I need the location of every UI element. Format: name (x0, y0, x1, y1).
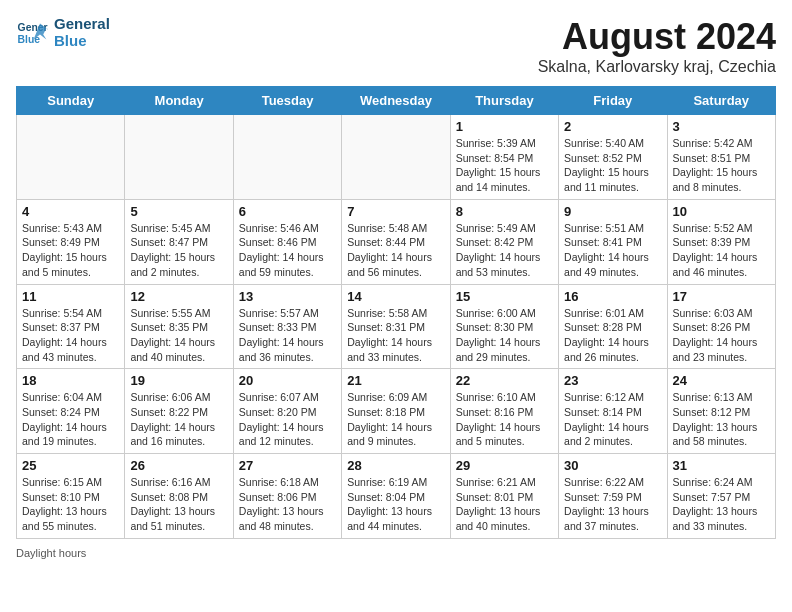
day-number: 10 (673, 204, 770, 219)
day-info: Sunrise: 5:40 AM Sunset: 8:52 PM Dayligh… (564, 136, 661, 195)
day-number: 2 (564, 119, 661, 134)
logo-line2: Blue (54, 33, 110, 50)
calendar-cell: 15Sunrise: 6:00 AM Sunset: 8:30 PM Dayli… (450, 284, 558, 369)
day-number: 26 (130, 458, 227, 473)
day-info: Sunrise: 5:49 AM Sunset: 8:42 PM Dayligh… (456, 221, 553, 280)
header: General Blue General Blue August 2024 Sk… (16, 16, 776, 76)
calendar-cell: 5Sunrise: 5:45 AM Sunset: 8:47 PM Daylig… (125, 199, 233, 284)
day-number: 1 (456, 119, 553, 134)
day-info: Sunrise: 5:45 AM Sunset: 8:47 PM Dayligh… (130, 221, 227, 280)
calendar-cell: 2Sunrise: 5:40 AM Sunset: 8:52 PM Daylig… (559, 115, 667, 200)
calendar-cell: 29Sunrise: 6:21 AM Sunset: 8:01 PM Dayli… (450, 454, 558, 539)
day-info: Sunrise: 6:21 AM Sunset: 8:01 PM Dayligh… (456, 475, 553, 534)
calendar-cell: 25Sunrise: 6:15 AM Sunset: 8:10 PM Dayli… (17, 454, 125, 539)
day-number: 25 (22, 458, 119, 473)
calendar-week-4: 18Sunrise: 6:04 AM Sunset: 8:24 PM Dayli… (17, 369, 776, 454)
day-number: 27 (239, 458, 336, 473)
calendar-cell (17, 115, 125, 200)
day-number: 6 (239, 204, 336, 219)
day-info: Sunrise: 5:57 AM Sunset: 8:33 PM Dayligh… (239, 306, 336, 365)
day-number: 20 (239, 373, 336, 388)
day-info: Sunrise: 6:04 AM Sunset: 8:24 PM Dayligh… (22, 390, 119, 449)
calendar-cell: 16Sunrise: 6:01 AM Sunset: 8:28 PM Dayli… (559, 284, 667, 369)
day-number: 22 (456, 373, 553, 388)
day-info: Sunrise: 5:55 AM Sunset: 8:35 PM Dayligh… (130, 306, 227, 365)
calendar-title: August 2024 (538, 16, 776, 58)
day-number: 19 (130, 373, 227, 388)
calendar-header-row: SundayMondayTuesdayWednesdayThursdayFrid… (17, 87, 776, 115)
day-info: Sunrise: 5:51 AM Sunset: 8:41 PM Dayligh… (564, 221, 661, 280)
calendar-cell: 17Sunrise: 6:03 AM Sunset: 8:26 PM Dayli… (667, 284, 775, 369)
day-number: 7 (347, 204, 444, 219)
calendar-cell: 7Sunrise: 5:48 AM Sunset: 8:44 PM Daylig… (342, 199, 450, 284)
day-info: Sunrise: 6:01 AM Sunset: 8:28 PM Dayligh… (564, 306, 661, 365)
day-header-friday: Friday (559, 87, 667, 115)
day-info: Sunrise: 6:03 AM Sunset: 8:26 PM Dayligh… (673, 306, 770, 365)
day-header-monday: Monday (125, 87, 233, 115)
calendar-cell: 14Sunrise: 5:58 AM Sunset: 8:31 PM Dayli… (342, 284, 450, 369)
day-number: 30 (564, 458, 661, 473)
day-number: 31 (673, 458, 770, 473)
day-number: 12 (130, 289, 227, 304)
calendar-week-3: 11Sunrise: 5:54 AM Sunset: 8:37 PM Dayli… (17, 284, 776, 369)
calendar-cell: 21Sunrise: 6:09 AM Sunset: 8:18 PM Dayli… (342, 369, 450, 454)
day-number: 29 (456, 458, 553, 473)
calendar-cell: 22Sunrise: 6:10 AM Sunset: 8:16 PM Dayli… (450, 369, 558, 454)
calendar-week-1: 1Sunrise: 5:39 AM Sunset: 8:54 PM Daylig… (17, 115, 776, 200)
day-info: Sunrise: 6:00 AM Sunset: 8:30 PM Dayligh… (456, 306, 553, 365)
calendar-week-2: 4Sunrise: 5:43 AM Sunset: 8:49 PM Daylig… (17, 199, 776, 284)
calendar-cell (342, 115, 450, 200)
day-header-sunday: Sunday (17, 87, 125, 115)
calendar-cell: 20Sunrise: 6:07 AM Sunset: 8:20 PM Dayli… (233, 369, 341, 454)
day-info: Sunrise: 5:46 AM Sunset: 8:46 PM Dayligh… (239, 221, 336, 280)
day-info: Sunrise: 6:18 AM Sunset: 8:06 PM Dayligh… (239, 475, 336, 534)
day-number: 17 (673, 289, 770, 304)
calendar-cell: 27Sunrise: 6:18 AM Sunset: 8:06 PM Dayli… (233, 454, 341, 539)
calendar-cell: 26Sunrise: 6:16 AM Sunset: 8:08 PM Dayli… (125, 454, 233, 539)
day-info: Sunrise: 5:39 AM Sunset: 8:54 PM Dayligh… (456, 136, 553, 195)
day-number: 3 (673, 119, 770, 134)
day-info: Sunrise: 6:15 AM Sunset: 8:10 PM Dayligh… (22, 475, 119, 534)
calendar-table: SundayMondayTuesdayWednesdayThursdayFrid… (16, 86, 776, 539)
day-number: 14 (347, 289, 444, 304)
day-number: 23 (564, 373, 661, 388)
calendar-cell (233, 115, 341, 200)
logo-line1: General (54, 16, 110, 33)
calendar-cell: 18Sunrise: 6:04 AM Sunset: 8:24 PM Dayli… (17, 369, 125, 454)
day-info: Sunrise: 6:12 AM Sunset: 8:14 PM Dayligh… (564, 390, 661, 449)
logo: General Blue General Blue (16, 16, 110, 49)
day-info: Sunrise: 6:10 AM Sunset: 8:16 PM Dayligh… (456, 390, 553, 449)
day-number: 28 (347, 458, 444, 473)
day-info: Sunrise: 5:48 AM Sunset: 8:44 PM Dayligh… (347, 221, 444, 280)
day-info: Sunrise: 5:54 AM Sunset: 8:37 PM Dayligh… (22, 306, 119, 365)
day-header-tuesday: Tuesday (233, 87, 341, 115)
calendar-cell: 13Sunrise: 5:57 AM Sunset: 8:33 PM Dayli… (233, 284, 341, 369)
day-info: Sunrise: 6:16 AM Sunset: 8:08 PM Dayligh… (130, 475, 227, 534)
calendar-cell: 3Sunrise: 5:42 AM Sunset: 8:51 PM Daylig… (667, 115, 775, 200)
day-number: 18 (22, 373, 119, 388)
day-number: 11 (22, 289, 119, 304)
day-header-wednesday: Wednesday (342, 87, 450, 115)
calendar-cell: 11Sunrise: 5:54 AM Sunset: 8:37 PM Dayli… (17, 284, 125, 369)
calendar-cell: 24Sunrise: 6:13 AM Sunset: 8:12 PM Dayli… (667, 369, 775, 454)
calendar-cell: 1Sunrise: 5:39 AM Sunset: 8:54 PM Daylig… (450, 115, 558, 200)
calendar-cell: 28Sunrise: 6:19 AM Sunset: 8:04 PM Dayli… (342, 454, 450, 539)
calendar-cell: 12Sunrise: 5:55 AM Sunset: 8:35 PM Dayli… (125, 284, 233, 369)
day-info: Sunrise: 6:22 AM Sunset: 7:59 PM Dayligh… (564, 475, 661, 534)
day-info: Sunrise: 5:58 AM Sunset: 8:31 PM Dayligh… (347, 306, 444, 365)
day-header-saturday: Saturday (667, 87, 775, 115)
day-header-thursday: Thursday (450, 87, 558, 115)
day-number: 4 (22, 204, 119, 219)
day-number: 8 (456, 204, 553, 219)
calendar-cell: 9Sunrise: 5:51 AM Sunset: 8:41 PM Daylig… (559, 199, 667, 284)
day-info: Sunrise: 5:42 AM Sunset: 8:51 PM Dayligh… (673, 136, 770, 195)
legend: Daylight hours (16, 547, 776, 559)
calendar-cell: 31Sunrise: 6:24 AM Sunset: 7:57 PM Dayli… (667, 454, 775, 539)
calendar-cell: 6Sunrise: 5:46 AM Sunset: 8:46 PM Daylig… (233, 199, 341, 284)
day-number: 5 (130, 204, 227, 219)
day-number: 9 (564, 204, 661, 219)
calendar-subtitle: Skalna, Karlovarsky kraj, Czechia (538, 58, 776, 76)
title-area: August 2024 Skalna, Karlovarsky kraj, Cz… (538, 16, 776, 76)
logo-icon: General Blue (16, 17, 48, 49)
day-number: 15 (456, 289, 553, 304)
